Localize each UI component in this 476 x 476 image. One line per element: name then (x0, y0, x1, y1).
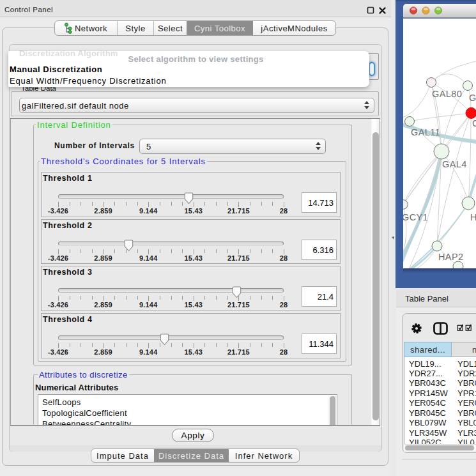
svg-text:GCY1: GCY1 (403, 212, 428, 222)
svg-text:C: C (472, 118, 476, 128)
svg-text:HAP2: HAP2 (438, 252, 463, 262)
svg-text:GAL80: GAL80 (432, 89, 462, 99)
svg-text:GAL11: GAL11 (411, 127, 440, 137)
svg-text:GAL4: GAL4 (442, 159, 467, 169)
svg-text:HI: HI (470, 212, 476, 222)
svg-text:GA: GA (469, 93, 476, 103)
